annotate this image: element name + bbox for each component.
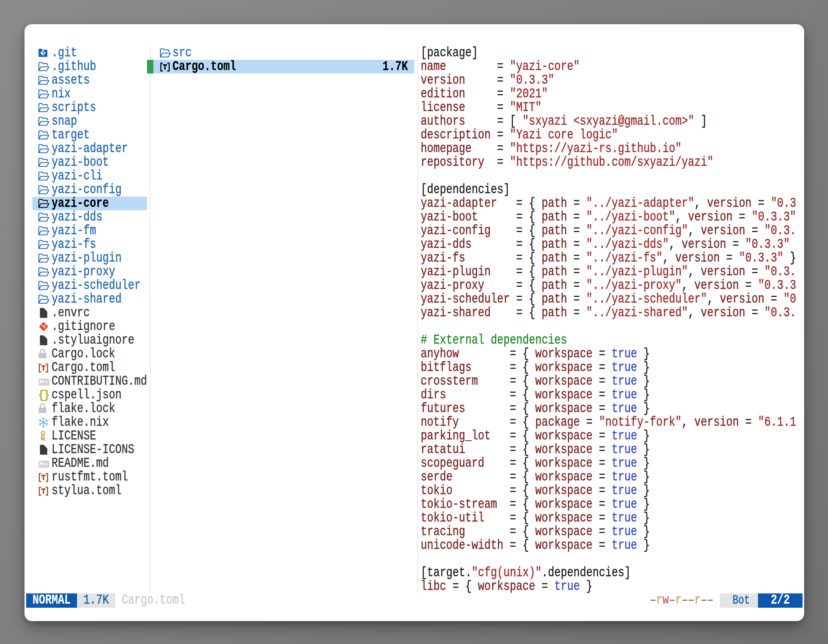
svg-text:}: } (43, 389, 49, 402)
